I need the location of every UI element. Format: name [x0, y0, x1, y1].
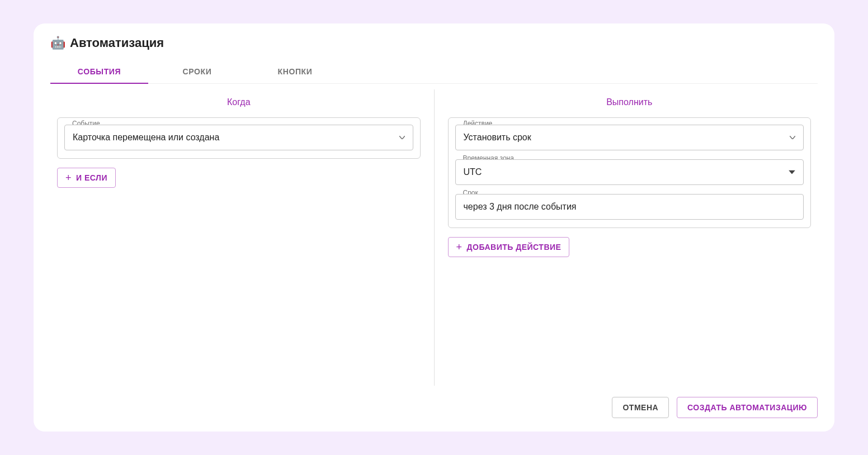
action-select[interactable]: Установить срок — [455, 125, 804, 150]
deadline-input[interactable]: через 3 дня после события — [455, 194, 804, 220]
tabs: СОБЫТИЯ СРОКИ КНОПКИ — [50, 60, 818, 84]
timezone-value: UTC — [464, 167, 482, 177]
content: Когда Событие Карточка перемещена или со… — [50, 89, 818, 386]
plus-icon: + — [65, 173, 72, 183]
deadline-field: Срок через 3 дня после события — [455, 194, 804, 220]
action-field: Действие Установить срок — [455, 125, 804, 150]
timezone-field: Временная зона UTC — [455, 159, 804, 185]
when-column: Когда Событие Карточка перемещена или со… — [50, 89, 434, 386]
caret-down-icon — [789, 170, 795, 174]
do-heading: Выполнить — [448, 97, 812, 107]
create-automation-button[interactable]: СОЗДАТЬ АВТОМАТИЗАЦИЮ — [677, 397, 818, 418]
do-fieldset: Действие Установить срок Временная зона … — [448, 117, 812, 228]
chevron-down-icon — [790, 136, 795, 139]
tab-deadlines[interactable]: СРОКИ — [148, 60, 246, 84]
cancel-button[interactable]: ОТМЕНА — [612, 397, 669, 418]
tab-events[interactable]: СОБЫТИЯ — [50, 60, 148, 84]
timezone-select[interactable]: UTC — [455, 159, 804, 185]
action-value: Установить срок — [464, 132, 531, 143]
dialog-header: 🤖 Автоматизация — [50, 36, 818, 50]
event-field: Событие Карточка перемещена или создана — [64, 125, 413, 150]
tab-buttons[interactable]: КНОПКИ — [246, 60, 344, 84]
automation-dialog: 🤖 Автоматизация СОБЫТИЯ СРОКИ КНОПКИ Ког… — [34, 23, 834, 432]
and-if-label: И ЕСЛИ — [76, 173, 107, 182]
page-title: Автоматизация — [70, 36, 164, 50]
chevron-down-icon — [399, 136, 405, 139]
event-select[interactable]: Карточка перемещена или создана — [64, 125, 413, 150]
deadline-value: через 3 дня после события — [464, 202, 577, 212]
plus-icon: + — [456, 242, 463, 252]
robot-icon: 🤖 — [50, 37, 65, 49]
do-column: Выполнить Действие Установить срок Време… — [434, 89, 818, 386]
event-value: Карточка перемещена или создана — [73, 132, 219, 143]
and-if-button[interactable]: + И ЕСЛИ — [57, 168, 116, 188]
when-heading: Когда — [57, 97, 421, 107]
add-action-button[interactable]: + ДОБАВИТЬ ДЕЙСТВИЕ — [448, 237, 570, 257]
add-action-label: ДОБАВИТЬ ДЕЙСТВИЕ — [467, 243, 562, 252]
dialog-footer: ОТМЕНА СОЗДАТЬ АВТОМАТИЗАЦИЮ — [50, 386, 818, 418]
when-fieldset: Событие Карточка перемещена или создана — [57, 117, 421, 159]
